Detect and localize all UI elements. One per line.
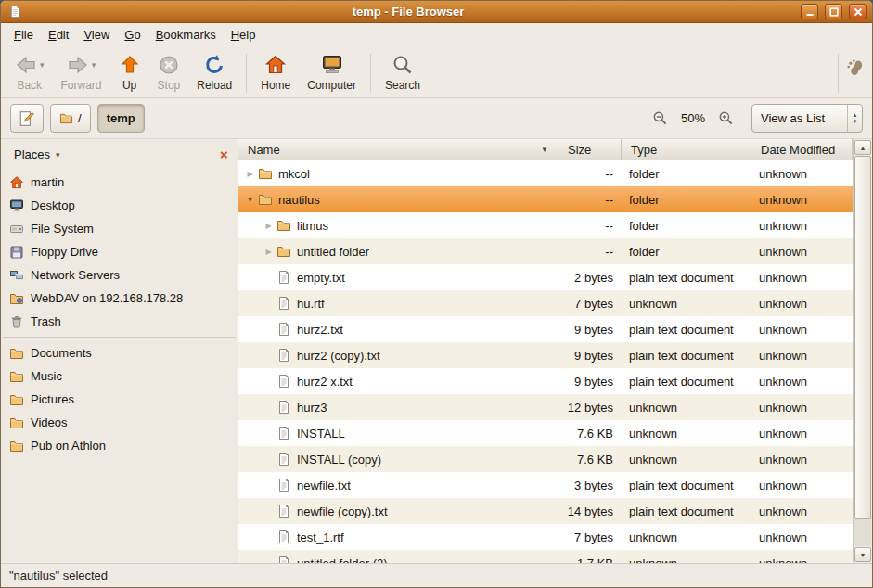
up-button[interactable]: Up [110,49,149,94]
name-cell: hurz2 (copy).txt [238,342,558,368]
scrollbar-track[interactable] [854,156,871,546]
size-cell: 9 bytes [558,342,622,368]
minimize-button[interactable] [801,4,818,19]
menu-bookmarks[interactable]: Bookmarks [148,25,224,45]
sidebar-separator [3,337,236,338]
trash-icon [9,314,24,329]
file-name: untitled folder (2) [297,556,388,564]
stop-icon-area [158,53,180,77]
file-row-test-1-rtf[interactable]: test_1.rtf7 bytesunknownunknown [238,524,853,550]
expander-closed-icon[interactable]: ▶ [242,170,258,178]
close-button[interactable] [849,4,867,19]
file-type: unknown [629,556,677,564]
file-size: 9 bytes [574,349,613,363]
type-cell: unknown [622,550,751,563]
menu-help[interactable]: Help [224,25,263,45]
file-modified: unknown [759,271,807,285]
type-cell: plain text document [622,316,751,342]
type-cell: unknown [622,420,751,446]
file-type: folder [629,245,660,259]
name-cell: ▶litmus [238,212,558,238]
menu-go[interactable]: Go [117,25,148,45]
scrollbar-thumb[interactable] [854,156,871,519]
file-row-hurz2-x-txt[interactable]: hurz2 x.txt9 bytesplain text documentunk… [238,368,853,394]
column-header-type[interactable]: Type [622,139,751,160]
place-item-floppy-drive[interactable]: Floppy Drive [1,240,238,263]
scroll-up-button[interactable]: ▲ [854,140,871,155]
place-item-network-servers[interactable]: Network Servers [1,263,238,287]
name-cell: hurz2.txt [238,316,558,342]
menu-view[interactable]: View [76,25,117,45]
file-browser-window: temp - File Browser FileEditViewGoBookma… [0,0,873,588]
file-row-mkcol[interactable]: ▶mkcol--folderunknown [238,160,853,186]
place-item-videos[interactable]: Videos [1,411,238,434]
sort-indicator-icon: ▼ [541,146,548,154]
view-as-combobox[interactable]: View as List ▲▼ [751,104,863,133]
place-item-file-system[interactable]: File System [1,217,238,240]
file-name: untitled folder [297,245,369,259]
places-header: Places ▾ × [1,142,238,167]
menu-edit[interactable]: Edit [41,25,76,45]
file-type: plain text document [629,349,734,363]
text-file-icon [276,270,291,285]
file-row-hu-rtf[interactable]: hu.rtf7 bytesunknownunknown [238,290,853,316]
menu-file[interactable]: File [6,25,41,45]
current-path-button[interactable]: temp [97,104,145,133]
maximize-button[interactable] [825,4,842,19]
place-item-music[interactable]: Music [1,364,238,388]
size-cell: 9 bytes [558,316,622,342]
file-size: 1.7 KB [577,556,613,564]
file-row-newfile-copy-txt[interactable]: newfile (copy).txt14 bytesplain text doc… [238,498,853,524]
column-header-size[interactable]: Size [558,139,622,160]
search-button[interactable]: Search [377,49,429,94]
file-row-newfile-txt[interactable]: newfile.txt3 bytesplain text documentunk… [238,472,853,498]
file-modified: unknown [759,401,807,415]
file-row-install-copy[interactable]: INSTALL (copy)7.6 KBunknownunknown [238,446,853,472]
place-label: Pictures [31,392,74,406]
name-cell: hurz2 x.txt [238,368,558,394]
column-header-date-modified[interactable]: Date Modified [751,139,853,160]
place-item-pictures[interactable]: Pictures [1,388,238,411]
file-row-hurz2-copy-txt[interactable]: hurz2 (copy).txt9 bytesplain text docume… [238,342,853,368]
minimize-icon [805,7,815,17]
place-item-desktop[interactable]: Desktop [1,194,238,217]
zoom-out-icon [652,110,668,126]
zoom-in-button[interactable] [713,106,738,132]
column-header-name[interactable]: Name▼ [238,139,558,160]
file-row-litmus[interactable]: ▶litmus--folderunknown [238,212,853,238]
sidebar-close-button[interactable]: × [215,146,233,163]
root-path-button[interactable]: / [50,104,91,133]
place-item-documents[interactable]: Documents [1,341,238,364]
file-row-empty-txt[interactable]: empty.txt2 bytesplain text documentunkno… [238,264,853,290]
vertical-scrollbar[interactable]: ▲ ▼ [853,139,872,563]
type-cell: folder [622,238,751,264]
expander-closed-icon[interactable]: ▶ [261,222,276,230]
expander-closed-icon[interactable]: ▶ [261,248,276,256]
file-modified: unknown [759,349,807,363]
forward-icon-area: ▾ [67,53,96,77]
reload-button[interactable]: Reload [188,49,240,94]
zoom-out-button[interactable] [648,106,673,132]
chevron-down-icon: ▾ [56,150,60,160]
file-name: INSTALL (copy) [297,453,381,467]
window-menu-icon[interactable] [8,5,22,19]
place-item-trash[interactable]: Trash [1,310,238,333]
place-item-webdav-on-192-168-178-28[interactable]: WebDAV on 192.168.178.28 [1,287,238,310]
file-row-hurz3[interactable]: hurz312 bytesunknownunknown [238,394,853,420]
place-item-martin[interactable]: martin [1,171,238,194]
titlebar[interactable]: temp - File Browser [1,1,872,23]
computer-button[interactable]: Computer [299,49,365,94]
file-row-nautilus[interactable]: ▼nautilus--folderunknown [238,186,853,212]
modified-cell: unknown [751,342,853,368]
file-row-install[interactable]: INSTALL7.6 KBunknownunknown [238,420,853,446]
file-row-untitled-folder[interactable]: ▶untitled folder--folderunknown [238,238,853,264]
expander-open-icon[interactable]: ▼ [242,196,258,204]
place-item-pub-on-athlon[interactable]: Pub on Athlon [1,434,238,457]
edit-location-button[interactable] [10,104,44,133]
file-row-untitled-folder-2[interactable]: untitled folder (2)1.7 KBunknownunknown [238,550,853,563]
scroll-down-button[interactable]: ▼ [854,547,871,562]
home-button[interactable]: Home [252,49,299,94]
places-selector[interactable]: Places ▾ [6,145,68,164]
close-icon: × [220,147,228,161]
file-row-hurz2-txt[interactable]: hurz2.txt9 bytesplain text documentunkno… [238,316,853,342]
